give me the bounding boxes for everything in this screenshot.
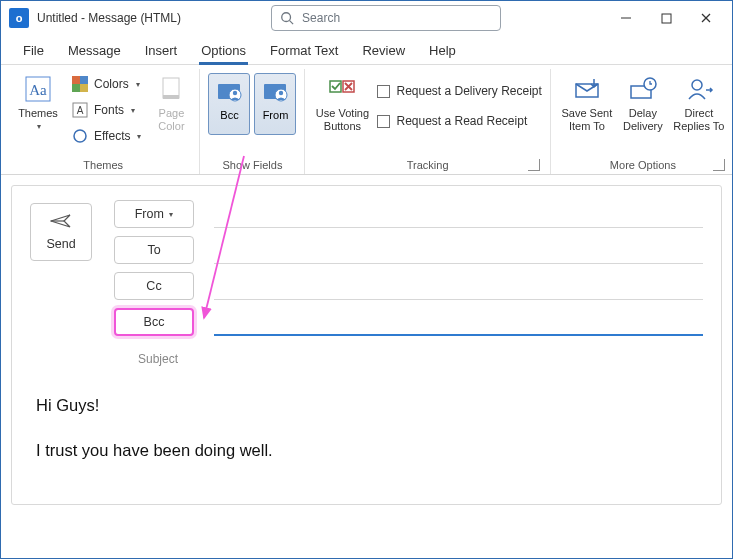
tab-help[interactable]: Help [417, 37, 468, 64]
cc-button[interactable]: Cc [114, 272, 194, 300]
svg-point-19 [233, 91, 237, 95]
body-line-1: Hi Guys! [36, 394, 693, 417]
svg-point-0 [282, 13, 291, 22]
voting-icon [326, 73, 358, 105]
from-toggle[interactable]: From [254, 73, 296, 135]
read-receipt-checkbox[interactable]: Request a Read Receipt [377, 111, 541, 131]
svg-rect-11 [80, 84, 88, 92]
group-more-options: Save Sent Item To Delay Delivery Direct … [551, 69, 733, 174]
svg-point-22 [279, 91, 283, 95]
svg-text:A: A [77, 105, 84, 116]
maximize-button[interactable] [646, 4, 686, 32]
group-tracking: Use Voting Buttons Request a Delivery Re… [305, 69, 550, 174]
outlook-icon: o [9, 8, 29, 28]
ribbon: Aa Themes ▾ Colors▾ A Fonts▾ Effects▾ [1, 65, 732, 175]
delivery-receipt-checkbox[interactable]: Request a Delivery Receipt [377, 81, 541, 101]
bcc-toggle[interactable]: Bcc [208, 73, 250, 135]
window-controls [606, 4, 726, 32]
to-field[interactable] [214, 236, 703, 264]
search-input[interactable]: Search [271, 5, 501, 31]
effects-icon [71, 127, 89, 145]
send-icon [50, 213, 72, 232]
colors-icon [71, 75, 89, 93]
search-placeholder: Search [302, 11, 340, 25]
minimize-button[interactable] [606, 4, 646, 32]
save-sent-button[interactable]: Save Sent Item To [559, 71, 615, 132]
compose-area: Send From ▾ To Cc Bcc Subject Hi Guys! I… [1, 175, 732, 505]
from-button[interactable]: From ▾ [114, 200, 194, 228]
close-button[interactable] [686, 4, 726, 32]
tab-message[interactable]: Message [56, 37, 133, 64]
chevron-down-icon: ▾ [169, 210, 173, 219]
search-icon [280, 11, 294, 25]
bcc-icon [216, 78, 242, 106]
group-show-fields: Bcc From Show Fields [200, 69, 305, 174]
group-themes: Aa Themes ▾ Colors▾ A Fonts▾ Effects▾ [7, 69, 200, 174]
tab-file[interactable]: File [11, 37, 56, 64]
subject-label: Subject [114, 350, 202, 366]
tab-options[interactable]: Options [189, 37, 258, 64]
checkbox-icon [377, 115, 390, 128]
svg-rect-3 [662, 14, 671, 23]
effects-button[interactable]: Effects▾ [67, 125, 145, 147]
page-color-button[interactable]: Page Color [151, 71, 191, 132]
voting-buttons[interactable]: Use Voting Buttons [313, 71, 371, 132]
svg-point-28 [692, 80, 702, 90]
from-field[interactable] [214, 200, 703, 228]
group-label-tracking: Tracking [313, 157, 541, 174]
svg-line-1 [290, 21, 294, 25]
save-sent-icon [571, 73, 603, 105]
svg-rect-10 [72, 84, 80, 92]
tab-review[interactable]: Review [350, 37, 417, 64]
dialog-launcher-icon[interactable] [528, 159, 540, 171]
subject-field[interactable] [214, 344, 703, 372]
chevron-down-icon: ▾ [37, 122, 41, 131]
ribbon-tabs: File Message Insert Options Format Text … [1, 35, 732, 65]
window-title: Untitled - Message (HTML) [37, 11, 181, 25]
send-button[interactable]: Send [30, 203, 92, 261]
group-label-show-fields: Show Fields [208, 157, 296, 174]
fonts-icon: A [71, 101, 89, 119]
colors-button[interactable]: Colors▾ [67, 73, 145, 95]
tab-insert[interactable]: Insert [133, 37, 190, 64]
svg-rect-16 [163, 95, 179, 99]
dialog-launcher-icon[interactable] [713, 159, 725, 171]
body-line-2: I trust you have been doing well. [36, 439, 693, 462]
svg-text:Aa: Aa [29, 82, 47, 98]
themes-button[interactable]: Aa Themes ▾ [15, 71, 61, 131]
from-icon [262, 78, 288, 106]
svg-point-14 [74, 130, 86, 142]
group-label-more-options: More Options [559, 157, 727, 174]
bcc-button[interactable]: Bcc [114, 308, 194, 336]
fonts-button[interactable]: A Fonts▾ [67, 99, 145, 121]
checkbox-icon [377, 85, 390, 98]
delay-delivery-button[interactable]: Delay Delivery [619, 71, 667, 132]
title-bar: o Untitled - Message (HTML) Search [1, 1, 732, 35]
direct-replies-icon [683, 73, 715, 105]
delay-icon [627, 73, 659, 105]
svg-rect-8 [72, 76, 80, 84]
page-color-icon [155, 73, 187, 105]
message-body[interactable]: Hi Guys! I trust you have been doing wel… [30, 372, 703, 494]
group-label-themes: Themes [15, 157, 191, 174]
direct-replies-button[interactable]: Direct Replies To [671, 71, 727, 132]
themes-icon: Aa [22, 73, 54, 105]
cc-field[interactable] [214, 272, 703, 300]
svg-rect-9 [80, 76, 88, 84]
tab-format-text[interactable]: Format Text [258, 37, 350, 64]
bcc-field[interactable] [214, 308, 703, 336]
to-button[interactable]: To [114, 236, 194, 264]
